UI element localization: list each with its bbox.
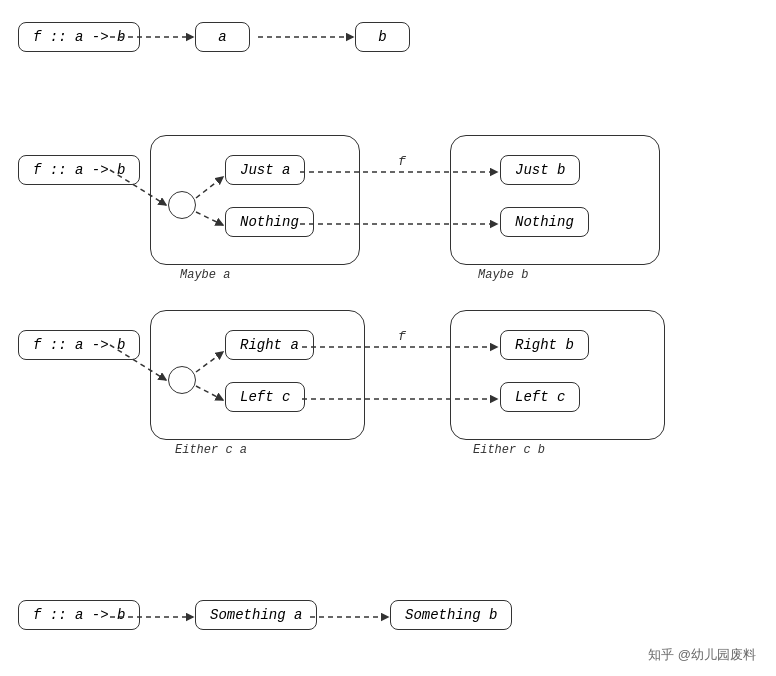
- row3-either-b-label: Either c b: [473, 443, 545, 457]
- row3-circle: [168, 366, 196, 394]
- row1-a-box: a: [195, 22, 250, 52]
- row3-right-a-box: Right a: [225, 330, 314, 360]
- diagram-container: f :: a -> b a b f :: a -> b Maybe a Just…: [0, 0, 776, 676]
- row3-right-b-box: Right b: [500, 330, 589, 360]
- row2-just-a-box: Just a: [225, 155, 305, 185]
- row2-maybe-a-label: Maybe a: [180, 268, 230, 282]
- row3-left-c-a-box: Left c: [225, 382, 305, 412]
- watermark: 知乎 @幼儿园废料: [648, 646, 756, 664]
- row2-f-box: f :: a -> b: [18, 155, 140, 185]
- row4-f-box: f :: a -> b: [18, 600, 140, 630]
- row2-just-b-box: Just b: [500, 155, 580, 185]
- row3-left-c-b-box: Left c: [500, 382, 580, 412]
- row2-circle: [168, 191, 196, 219]
- svg-text:f: f: [398, 329, 407, 344]
- row1-b-box: b: [355, 22, 410, 52]
- row2-maybe-b-label: Maybe b: [478, 268, 528, 282]
- row4-something-a-box: Something a: [195, 600, 317, 630]
- row2-nothing-b-box: Nothing: [500, 207, 589, 237]
- row3-f-box: f :: a -> b: [18, 330, 140, 360]
- row2-nothing-a-box: Nothing: [225, 207, 314, 237]
- row1-f-box: f :: a -> b: [18, 22, 140, 52]
- svg-text:f: f: [398, 154, 407, 169]
- row4-something-b-box: Something b: [390, 600, 512, 630]
- row3-either-a-label: Either c a: [175, 443, 247, 457]
